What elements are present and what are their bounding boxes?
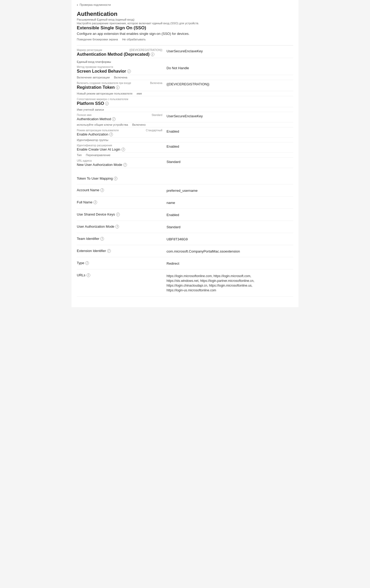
platform-sso-sub-left: Сопоставление маркера с пользователем [77, 98, 162, 101]
auth-method-sub-right: {{DEVICEREGISTRATION}} [129, 49, 162, 52]
redirect-sub-value: Перенаправление [86, 153, 110, 157]
account-name-sub-heading: Имя учетной записи [77, 107, 293, 112]
auth-method-2-info-icon[interactable]: i [112, 117, 116, 121]
shared-device-sub-value: Включено [132, 123, 146, 126]
auth-method-2-sub-left: Полное имя [77, 114, 92, 116]
type-info-icon[interactable]: i [85, 261, 89, 265]
token-user-mapping-info-icon[interactable]: i [114, 177, 117, 180]
urls-info-icon[interactable]: i [87, 273, 90, 277]
full-name-info-icon[interactable]: i [93, 200, 97, 204]
extension-identifier-info-icon[interactable]: i [107, 249, 111, 253]
reg-token-value: {{DEVICEREGISTRATION}} [167, 82, 293, 86]
create-user-sub: Идентификатор расширения [77, 144, 162, 147]
enable-auth-info-icon[interactable]: i [109, 133, 113, 136]
auth-method-deprecated-row: Маркер регистрации {{DEVICEREGISTRATION}… [77, 47, 293, 58]
new-user-mode-sub-value: имя [137, 92, 142, 95]
new-user-auth-info-icon[interactable]: i [123, 163, 127, 167]
user-auth-mode-value: Standard [167, 225, 293, 229]
enable-auth-row: Режим авторизации пользователя Стандартн… [77, 127, 293, 138]
enable-auth-label: Enable Authorization i [77, 132, 162, 136]
enable-auth-sub-label2: Режим авторизации пользователя [77, 129, 119, 132]
token-user-mapping-value [167, 176, 293, 177]
screen-locked-sub: Метод проверки подлинности [77, 66, 162, 68]
full-name-value: name [167, 200, 293, 205]
create-user-info-icon[interactable]: i [121, 148, 125, 151]
team-identifier-value: UBF8T346G9 [167, 237, 293, 241]
extension-identifier-label: Extension Identifier i [77, 249, 162, 253]
user-auth-mode-label: User Authorization Mode i [77, 225, 162, 228]
configure-small: Настройте расширение приложения, которое… [77, 22, 293, 25]
urls-row: URLs i https://login.microsoftonline.com… [77, 269, 293, 297]
token-user-mapping-row: Token To User Mapping i [77, 173, 293, 184]
auth-method-info-icon[interactable]: i [151, 53, 154, 56]
extension-identifier-row: Extension Identifier i com.microsoft.Com… [77, 245, 293, 257]
use-shared-device-keys-label: Use Shared Device Keys i [77, 212, 162, 216]
account-name-row: Account Name i preferred_username [77, 184, 293, 197]
enable-auth-sub-value2: Стандартный [146, 129, 162, 132]
new-user-auth-sub: URL-адреса [77, 159, 162, 162]
urls-label: URLs i [77, 273, 162, 277]
auth-method-2-row: Полное имя Standard Authentication Metho… [77, 112, 293, 122]
new-user-mode-sub-row: Новый режим авторизации пользователя имя [77, 91, 293, 96]
platform-sso-info-icon[interactable]: i [105, 102, 109, 105]
new-user-auth-value: Standard [167, 159, 293, 164]
reg-token-info-icon[interactable]: i [116, 86, 120, 89]
enable-auth-sub-value: Включена [114, 76, 127, 79]
screen-lock-label: Поведение блокировки экрана [77, 38, 118, 41]
configure-description: Configure an app extension that enables … [77, 32, 293, 36]
enable-auth-value: Enabled [167, 129, 293, 133]
registration-token-row: Включить создание пользователя при входе… [77, 80, 293, 91]
page-subtitle-small: Расширяемый Единый вход (единый вход) [77, 18, 293, 21]
full-name-row: Full Name i name [77, 197, 293, 209]
team-identifier-info-icon[interactable]: i [100, 237, 104, 241]
enable-auth-sub-label: Включение авторизации [77, 76, 110, 79]
new-user-auth-label: New User Authorization Mode i [77, 163, 162, 167]
auth-method-2-value: UserSecureEnclaveKey [167, 114, 293, 118]
breadcrumb: ‹ Проверка подлинности [77, 3, 293, 7]
new-user-mode-sub-label: Новый режим авторизации пользователя [77, 92, 132, 95]
page-subtitle-large: Extensible Single Sign On (SSO) [77, 25, 293, 31]
page-title: Authentication [77, 11, 293, 17]
type-sub-label: Тип [77, 153, 82, 157]
enable-auth-sub-row: Включение авторизации Включена [77, 75, 293, 80]
user-auth-mode-row: User Authorization Mode i Standard [77, 221, 293, 233]
type-value: Redirect [167, 261, 293, 265]
group-identifier-heading: Идентификатор группы [77, 138, 293, 142]
create-user-value: Enabled [167, 144, 293, 148]
team-identifier-label: Team Identifier i [77, 237, 162, 241]
screen-locked-info-icon[interactable]: i [127, 69, 131, 73]
reg-token-label: Registration Token i [77, 85, 162, 90]
screen-locked-label: Screen Locked Behavior i [77, 69, 162, 74]
full-name-label: Full Name i [77, 200, 162, 204]
reg-token-sub-right: Включена [150, 82, 162, 85]
screen-lock-value: Не обрабатывать [122, 38, 146, 41]
urls-value: https://login.microsoftonline.com, https… [167, 273, 293, 293]
use-shared-device-keys-value: Enabled [167, 212, 293, 217]
reg-token-sub-left: Включить создание пользователя при входе [77, 82, 131, 85]
breadcrumb-label: Проверка подлинности [80, 3, 111, 6]
shared-device-sub-label: используйте общие ключи устройства [77, 123, 128, 126]
screen-locked-row: Метод проверки подлинности Screen Locked… [77, 64, 293, 75]
auth-method-value: UserSecureEnclaveKey [167, 49, 293, 53]
platform-sso-label: Platform SSO i [77, 101, 162, 106]
auth-method-2-sub-right: Standard [151, 114, 162, 116]
token-user-mapping-label: Token To User Mapping i [77, 176, 162, 180]
platform-sso-value [167, 98, 293, 98]
account-name-info-icon[interactable]: i [100, 188, 104, 192]
type-redirect-sub-row: Тип Перенаправление [77, 153, 293, 158]
account-name-label: Account Name i [77, 188, 162, 192]
extension-identifier-value: com.microsoft.CompanyPortalMac.ssoextens… [167, 249, 293, 253]
type-row: Type i Redirect [77, 257, 293, 269]
use-shared-device-keys-info-icon[interactable]: i [116, 213, 120, 216]
screen-locked-value: Do Not Handle [167, 66, 293, 70]
auth-method-sub-left: Маркер регистрации [77, 49, 102, 52]
use-shared-device-keys-row: Use Shared Device Keys i Enabled [77, 209, 293, 221]
auth-method-label: Authentication Method (Deprecated) i [77, 52, 162, 57]
back-icon: ‹ [77, 3, 78, 7]
user-auth-mode-info-icon[interactable]: i [115, 225, 119, 228]
new-user-auth-row: URL-адреса New User Authorization Mode i… [77, 158, 293, 168]
type-label: Type i [77, 261, 162, 265]
auth-method-2-label: Authentication Method i [77, 117, 162, 121]
account-name-value: preferred_username [167, 188, 293, 193]
shared-device-sub-row: используйте общие ключи устройства Включ… [77, 122, 293, 127]
